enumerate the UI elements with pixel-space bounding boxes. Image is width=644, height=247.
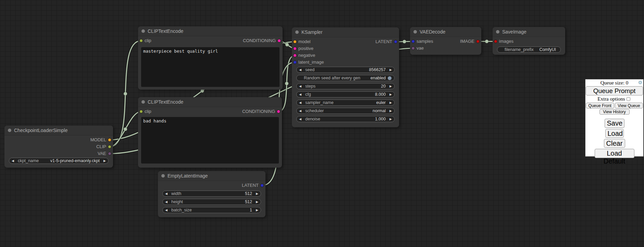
view-history-button[interactable]: View History [599, 109, 630, 115]
collapse-dot-icon[interactable] [496, 30, 499, 34]
collapse-dot-icon[interactable] [295, 30, 299, 34]
widget-cfg[interactable]: ◀cfg8.000▶ [296, 91, 395, 98]
output-slot-VAE[interactable] [108, 152, 111, 155]
increment-arrow-icon[interactable]: ▶ [388, 83, 392, 89]
input-slot-vae[interactable] [411, 47, 415, 50]
queue-size-label: Queue size: 0 [600, 80, 629, 86]
output-slot-MODEL[interactable] [108, 138, 111, 142]
input-slot-clip[interactable] [139, 110, 143, 113]
increment-arrow-icon[interactable]: ▶ [388, 116, 392, 122]
collapse-dot-icon[interactable] [413, 30, 417, 34]
prompt-textarea[interactable]: masterpiece best quality girl [141, 47, 280, 87]
widget-batch_size[interactable]: ◀batch_size1▶ [162, 207, 261, 213]
increment-arrow-icon[interactable]: ▶ [388, 108, 392, 114]
node-save-image[interactable]: SaveImageimagesfilename_prefixComfyUI [493, 27, 565, 55]
input-slot-label: clip [145, 109, 151, 114]
widget-height[interactable]: ◀height512▶ [162, 199, 261, 205]
node-empty-latent-image[interactable]: EmptyLatentImageLATENT◀width512▶◀height5… [158, 171, 265, 217]
decrement-arrow-icon[interactable]: ◀ [299, 100, 303, 105]
input-slot-label: samples [417, 39, 433, 44]
output-slot-label: LATENT [375, 39, 392, 44]
widget-steps[interactable]: ◀steps20▶ [296, 83, 395, 89]
node-vae-decode[interactable]: VAEDecodesamplesvaeIMAGE [410, 27, 481, 55]
input-slot-negative[interactable] [293, 54, 297, 57]
link-midpoint-dot [285, 82, 288, 85]
output-slot-CONDITIONING[interactable] [277, 110, 280, 113]
load-button[interactable]: Load [605, 129, 624, 138]
input-slot-images[interactable] [494, 40, 497, 43]
increment-arrow-icon[interactable]: ▶ [388, 100, 392, 105]
input-slot-model[interactable] [293, 40, 297, 43]
node-title-bar[interactable]: SaveImage [493, 27, 565, 37]
input-slot-latent_image[interactable] [293, 61, 297, 64]
node-title: CLIPTextEncode [148, 99, 183, 105]
increment-arrow-icon[interactable]: ▶ [102, 158, 106, 164]
load-default-button[interactable]: Load Default [595, 149, 634, 158]
settings-gear-icon[interactable]: ⚙ [638, 80, 642, 86]
widget-scheduler[interactable]: ◀schedulernormal▶ [296, 108, 395, 114]
increment-arrow-icon[interactable]: ▶ [254, 191, 258, 196]
widget-value: ComfyUI [539, 47, 556, 52]
increment-arrow-icon[interactable]: ▶ [254, 199, 258, 205]
prompt-textarea[interactable]: bad hands [141, 117, 279, 164]
input-slot-clip[interactable] [139, 39, 143, 42]
increment-arrow-icon[interactable]: ▶ [388, 67, 392, 73]
collapse-dot-icon[interactable] [8, 129, 11, 132]
extra-options-checkbox[interactable] [627, 97, 630, 101]
input-slot-positive[interactable] [293, 47, 297, 50]
save-button[interactable]: Save [605, 119, 624, 128]
output-slot-CLIP[interactable] [108, 145, 111, 148]
queue-front-button[interactable]: Queue Front [586, 103, 614, 108]
collapse-dot-icon[interactable] [141, 29, 145, 33]
decrement-arrow-icon[interactable]: ◀ [299, 67, 303, 73]
node-ksampler[interactable]: KSamplermodelpositivenegativelatent_imag… [292, 27, 399, 127]
node-checkpoint-loader[interactable]: CheckpointLoaderSimpleMODELCLIPVAE◀ckpt_… [4, 126, 113, 168]
output-slot-LATENT[interactable] [260, 184, 264, 187]
node-title-bar[interactable]: EmptyLatentImage [158, 171, 265, 181]
widget-ckpt_name[interactable]: ◀ckpt_namev1-5-pruned-emaonly.ckpt▶ [9, 158, 109, 164]
node-clip-text-encode-negative[interactable]: CLIPTextEncodeclipCONDITIONINGbad hands [138, 97, 282, 168]
clear-button[interactable]: Clear [604, 139, 625, 148]
decrement-arrow-icon[interactable]: ◀ [299, 92, 303, 97]
view-queue-button[interactable]: View Queue [615, 103, 643, 108]
widget-filename_prefix[interactable]: filename_prefixComfyUI [497, 47, 561, 53]
input-slot-label: latent_image [298, 60, 324, 65]
decrement-arrow-icon[interactable]: ◀ [165, 207, 169, 213]
output-slot-CONDITIONING[interactable] [277, 39, 281, 42]
decrement-arrow-icon[interactable]: ◀ [299, 83, 303, 89]
output-slot-LATENT[interactable] [394, 40, 397, 43]
widget-value: euler [376, 100, 386, 105]
toggle-on-icon[interactable] [388, 76, 392, 80]
queue-prompt-button[interactable]: Queue Prompt [586, 86, 643, 95]
increment-arrow-icon[interactable]: ▶ [254, 207, 258, 213]
widget-sampler_name[interactable]: ◀sampler_nameeuler▶ [296, 100, 395, 106]
widget-width[interactable]: ◀width512▶ [162, 191, 261, 197]
node-title-bar[interactable]: VAEDecode [410, 27, 481, 37]
widget-seed[interactable]: ◀seed8566257▶ [296, 67, 395, 73]
node-title-bar[interactable]: CLIPTextEncode [138, 97, 282, 107]
input-slot-label: clip [145, 38, 151, 43]
collapse-dot-icon[interactable] [161, 174, 165, 178]
decrement-arrow-icon[interactable]: ◀ [299, 108, 303, 114]
widget-label: batch_size [171, 207, 192, 213]
node-title: SaveImage [502, 29, 527, 35]
output-slot-label: LATENT [242, 183, 259, 188]
widget-denoise[interactable]: ◀denoise1.000▶ [296, 116, 395, 122]
input-slot-label: vae [417, 46, 424, 51]
decrement-arrow-icon[interactable]: ◀ [299, 116, 303, 122]
decrement-arrow-icon[interactable]: ◀ [165, 199, 169, 205]
decrement-arrow-icon[interactable]: ◀ [165, 191, 169, 196]
node-title-bar[interactable]: CLIPTextEncode [138, 26, 283, 36]
node-title-bar[interactable]: CheckpointLoaderSimple [4, 126, 113, 135]
widget-value: 512 [245, 199, 252, 205]
node-title-bar[interactable]: KSampler [292, 27, 399, 37]
collapse-dot-icon[interactable] [141, 100, 145, 104]
output-slot-IMAGE[interactable] [476, 40, 480, 43]
graph-canvas[interactable]: CheckpointLoaderSimpleMODELCLIPVAE◀ckpt_… [0, 0, 644, 247]
widget-random-seed-after-every-gen[interactable]: Random seed after every genenabled [296, 75, 395, 81]
node-clip-text-encode-positive[interactable]: CLIPTextEncodeclipCONDITIONINGmasterpiec… [138, 26, 283, 90]
input-slot-samples[interactable] [411, 40, 415, 43]
input-slot-label: negative [298, 53, 315, 58]
decrement-arrow-icon[interactable]: ◀ [12, 158, 16, 164]
increment-arrow-icon[interactable]: ▶ [388, 92, 392, 97]
